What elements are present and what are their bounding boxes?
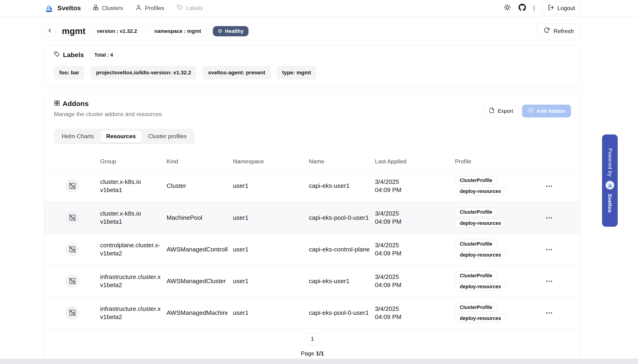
table-row[interactable]: cluster.x-k8s.iov1beta1 MachinePool user… [44,202,580,234]
cell-group: cluster.x-k8s.iov1beta1 [100,210,162,226]
brand[interactable]: Sveltos [44,3,81,13]
cell-kind: MachinePool [167,214,228,222]
labels-card: Labels Total : 4 foo: bar projectsveltos… [44,45,581,87]
row-actions-button[interactable]: ⋯ [546,309,553,316]
image-off-icon [65,306,79,320]
refresh-label: Refresh [553,28,574,34]
page-indicator: Page 1/1 [301,350,324,357]
label-chip: foo: bar [54,66,85,80]
page-title: mgmt [62,26,85,36]
cell-profile: ClusterProfiledeploy-resources [455,208,528,228]
logout-label: Logout [557,5,575,12]
cell-group: controlplane.cluster.x-v1beta2 [100,241,162,258]
add-addon-label: Add Addon [536,108,565,114]
nav-item-profiles[interactable]: Profiles [135,4,164,12]
image-off-icon [65,274,79,288]
row-actions-button[interactable]: ⋯ [546,278,553,284]
image-off-icon [65,211,79,224]
cell-name: capi-eks-pool-0-user1 [309,214,372,222]
cell-name: capi-eks-user1 [309,182,372,190]
clusters-icon [92,4,99,12]
file-icon [489,108,495,115]
github-button[interactable] [519,4,526,12]
powered-by-sveltos-tab[interactable]: Powered by Sveltos [602,134,618,227]
addons-tabs: Helm Charts Resources Cluster profiles [54,129,194,144]
labels-total-badge: Total : 4 [90,50,118,60]
table-row[interactable]: infrastructure.cluster.xv1beta2 AWSManag… [44,266,580,297]
addons-title-text: Addons [63,100,89,108]
cell-last-applied: 3/4/202504:09 PM [375,178,455,194]
health-label: Healthy [225,28,244,34]
blocks-icon [54,100,60,108]
addons-card: Addons Manage the cluster addons and res… [44,91,581,363]
health-status-badge: ⚙ Healthy [213,26,249,36]
nav-item-clusters[interactable]: Clusters [92,4,123,12]
labels-card-title: Labels [54,51,84,59]
profile-badge: ClusterProfile [455,271,497,280]
powered-by-text: Powered by [607,148,613,177]
tag-icon [177,4,183,12]
table-header-row: Group Kind Namespace Name Last Applied P… [44,153,580,170]
tab-resources[interactable]: Resources [100,130,142,142]
powered-by-brand: Sveltos [607,194,613,213]
table-row[interactable]: cluster.x-k8s.iov1beta1 Cluster user1 ca… [44,170,580,202]
profile-badge: ClusterProfile [455,240,497,248]
column-header-last-applied: Last Applied [375,158,455,165]
tab-helm-charts[interactable]: Helm Charts [56,130,100,142]
row-actions-button[interactable]: ⋯ [546,182,553,190]
column-header-group: Group [100,158,167,165]
addons-subtitle: Manage the cluster addons and resources [54,111,162,118]
label-chip: type: mgmt [277,66,316,80]
cell-last-applied: 3/4/202504:09 PM [375,210,455,226]
bottom-strip [0,359,638,364]
profile-badge: deploy-resources [455,187,506,196]
page-1-button[interactable]: 1 [306,332,319,345]
table-row[interactable]: infrastructure.cluster.xv1beta2 AWSManag… [44,297,580,329]
cell-kind: AWSManagedCluster [167,278,228,285]
back-button[interactable] [44,26,55,37]
row-actions-button[interactable]: ⋯ [546,246,553,253]
user-icon [135,4,142,12]
column-header-namespace: Namespace [233,158,309,165]
column-header-kind: Kind [167,158,233,165]
label-chip: projectsveltos.io/k8s-version: v1.32.2 [91,66,196,80]
addons-card-title: Addons [54,100,162,108]
profile-badge: deploy-resources [455,282,506,291]
label-chip: sveltos-agent: present [203,66,271,80]
nav-label: Profiles [145,5,164,12]
cell-kind: AWSManagedMachine [167,309,228,316]
sveltos-mini-logo-icon [605,181,614,190]
table-row[interactable]: controlplane.cluster.x-v1beta2 AWSManage… [44,234,580,266]
tag-icon [54,51,60,59]
cell-name: capi-eks-user1 [309,278,372,285]
cell-group: cluster.x-k8s.iov1beta1 [100,178,162,194]
profile-badge: ClusterProfile [455,176,497,185]
export-button[interactable]: Export [483,105,519,118]
cell-profile: ClusterProfiledeploy-resources [455,271,528,291]
github-icon [519,4,526,12]
cell-name: capi-eks-control-plane [309,246,372,253]
cell-last-applied: 3/4/202504:09 PM [375,273,455,289]
column-header-name: Name [309,158,375,165]
theme-toggle-button[interactable] [504,4,511,12]
cell-group: infrastructure.cluster.xv1beta2 [100,273,162,289]
profile-badge: ClusterProfile [455,208,497,216]
logout-button[interactable]: Logout [542,2,581,15]
cell-kind: Cluster [167,182,228,190]
brand-name: Sveltos [57,4,81,12]
logout-icon [548,4,554,12]
cell-namespace: user1 [233,246,309,253]
sveltos-logo-icon [44,3,54,13]
nav-divider: | [533,5,535,12]
namespace-badge: namespace : mgmt [149,26,206,36]
nav-item-labels[interactable]: Labels [177,4,203,12]
nav-label: Labels [186,5,203,12]
version-badge: version : v1.32.2 [91,26,143,36]
profile-badge: deploy-resources [455,219,506,228]
cell-namespace: user1 [233,214,309,222]
add-addon-button[interactable]: Add Addon [522,105,571,118]
tab-cluster-profiles[interactable]: Cluster profiles [142,130,193,142]
profile-badge: deploy-resources [455,251,506,259]
refresh-button[interactable]: Refresh [537,24,581,39]
row-actions-button[interactable]: ⋯ [546,214,553,221]
